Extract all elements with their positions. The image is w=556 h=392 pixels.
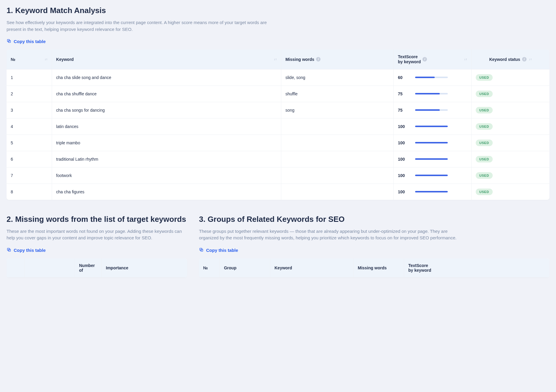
- cell-missing: [281, 184, 394, 200]
- cell-missing: [281, 135, 394, 151]
- cell-keyword: cha cha slide song and dance: [52, 69, 281, 86]
- table-row: 8 cha cha figures 100 USED: [7, 184, 549, 200]
- section-desc: These groups put together relevant keywo…: [199, 228, 467, 241]
- cell-keyword: cha cha shuffle dance: [52, 86, 281, 102]
- table-header-row: № Group Keyword Missing words TextScore: [199, 258, 549, 278]
- section-title: 1. Keyword Match Analysis: [7, 6, 549, 15]
- cell-score: 60: [394, 69, 472, 86]
- col-header-blank: [7, 258, 24, 278]
- cell-score: 100: [394, 184, 472, 200]
- copy-table-label: Copy this table: [14, 39, 46, 44]
- copy-table-button[interactable]: Copy this table: [7, 247, 46, 253]
- cell-keyword: footwork: [52, 167, 281, 184]
- cell-keyword: triple mambo: [52, 135, 281, 151]
- table-row: 6 traditional Latin rhythm 100 USED: [7, 151, 549, 167]
- bottom-sections: 2. Missing words from the list of target…: [7, 215, 549, 293]
- score-bar: [415, 126, 448, 127]
- score-bar: [415, 77, 448, 78]
- copy-table-button[interactable]: Copy this table: [7, 39, 46, 44]
- table-row: 7 footwork 100 USED: [7, 167, 549, 184]
- col-header-keyword[interactable]: Keyword ↓↑: [52, 50, 281, 69]
- section-desc: See how effectively your keywords are in…: [7, 19, 274, 33]
- cell-missing: [281, 167, 394, 184]
- score-bar: [415, 109, 448, 111]
- col-header-importance[interactable]: Importance: [102, 258, 187, 278]
- col-header-num[interactable]: № ↓↑: [7, 50, 52, 69]
- col-header-number[interactable]: Number of: [75, 258, 102, 278]
- copy-table-label: Copy this table: [206, 248, 238, 253]
- score-bar: [415, 191, 448, 192]
- col-header-missing[interactable]: Missing words i: [281, 50, 394, 69]
- cell-keyword: traditional Latin rhythm: [52, 151, 281, 167]
- info-icon[interactable]: i: [316, 57, 321, 61]
- table-header-row: Number of Importance: [7, 258, 187, 278]
- table-row: 5 triple mambo 100 USED: [7, 135, 549, 151]
- cell-score: 75: [394, 86, 472, 102]
- status-badge: USED: [476, 123, 493, 130]
- copy-table-button[interactable]: Copy this table: [199, 247, 238, 253]
- section-missing-words: 2. Missing words from the list of target…: [7, 215, 187, 278]
- score-bar: [415, 158, 448, 160]
- cell-num: 1: [7, 69, 52, 86]
- cell-keyword: cha cha songs for dancing: [52, 102, 281, 118]
- score-bar: [415, 175, 448, 176]
- col-header-missing[interactable]: Missing words: [354, 258, 404, 278]
- cell-status: USED: [472, 151, 549, 167]
- cell-score: 100: [394, 135, 472, 151]
- col-header-keyword[interactable]: Keyword: [270, 258, 354, 278]
- cell-missing: song: [281, 102, 394, 118]
- cell-num: 8: [7, 184, 52, 200]
- cell-missing: slide, song: [281, 69, 394, 86]
- cell-missing: shuffle: [281, 86, 394, 102]
- col-header-group[interactable]: Group: [220, 258, 270, 278]
- cell-status: USED: [472, 167, 549, 184]
- section-title: 3. Groups of Related Keywords for SEO: [199, 215, 549, 224]
- copy-icon: [7, 39, 11, 44]
- cell-missing: [281, 151, 394, 167]
- cell-num: 7: [7, 167, 52, 184]
- sort-icon[interactable]: ↓↑: [529, 58, 532, 61]
- cell-status: USED: [472, 184, 549, 200]
- section-title: 2. Missing words from the list of target…: [7, 215, 187, 224]
- cell-num: 5: [7, 135, 52, 151]
- col-header-status[interactable]: Keyword status i ↓↑: [472, 50, 549, 69]
- section-desc: These are the most important words not f…: [7, 228, 187, 241]
- info-icon[interactable]: i: [522, 57, 527, 61]
- score-value: 100: [398, 157, 410, 162]
- score-value: 75: [398, 91, 410, 96]
- sort-icon[interactable]: ↓↑: [45, 58, 48, 61]
- cell-num: 2: [7, 86, 52, 102]
- cell-status: USED: [472, 102, 549, 118]
- section-keyword-groups: 3. Groups of Related Keywords for SEO Th…: [199, 215, 549, 278]
- cell-num: 4: [7, 118, 52, 135]
- cell-keyword: cha cha figures: [52, 184, 281, 200]
- score-value: 100: [398, 140, 410, 145]
- sort-icon[interactable]: ↓↑: [464, 58, 467, 61]
- section-keyword-match: 1. Keyword Match Analysis See how effect…: [7, 6, 549, 200]
- col-header-blank: [24, 258, 75, 278]
- table-header-row: № ↓↑ Keyword ↓↑ Missing words i: [7, 50, 549, 69]
- cell-score: 100: [394, 151, 472, 167]
- score-bar: [415, 142, 448, 143]
- score-value: 100: [398, 173, 410, 178]
- status-badge: USED: [476, 140, 493, 146]
- col-header-score[interactable]: TextScore by keyword: [404, 258, 549, 278]
- cell-keyword: latin dances: [52, 118, 281, 135]
- copy-icon: [7, 247, 11, 253]
- sort-icon[interactable]: ↓↑: [274, 58, 277, 61]
- info-icon[interactable]: i: [423, 57, 427, 61]
- score-value: 100: [398, 124, 410, 129]
- status-badge: USED: [476, 189, 493, 195]
- col-header-score[interactable]: TextScore by keyword i ↓↑: [394, 50, 472, 69]
- cell-score: 100: [394, 118, 472, 135]
- status-badge: USED: [476, 172, 493, 179]
- keyword-groups-table: № Group Keyword Missing words TextScore: [199, 258, 549, 278]
- col-header-num[interactable]: №: [199, 258, 220, 278]
- cell-num: 6: [7, 151, 52, 167]
- cell-score: 75: [394, 102, 472, 118]
- status-badge: USED: [476, 91, 493, 97]
- status-badge: USED: [476, 74, 493, 81]
- cell-status: USED: [472, 118, 549, 135]
- score-value: 60: [398, 75, 410, 80]
- score-bar: [415, 93, 448, 94]
